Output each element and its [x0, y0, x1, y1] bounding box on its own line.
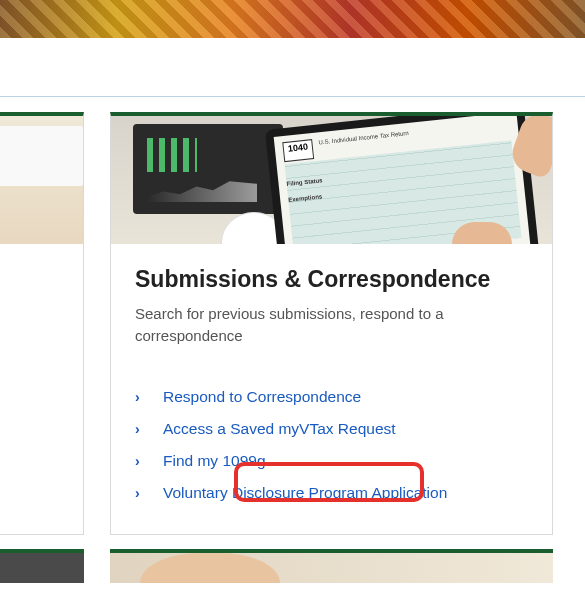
chevron-right-icon: ›: [135, 453, 149, 469]
left-card-partial: N: [0, 112, 84, 535]
card-description: Search for previous submissions, respond…: [135, 303, 528, 347]
link-label: Respond to Correspondence: [163, 388, 361, 406]
section-divider: [0, 96, 585, 97]
chevron-right-icon: ›: [135, 389, 149, 405]
link-respond-correspondence[interactable]: › Respond to Correspondence: [135, 381, 528, 413]
link-list: › Respond to Correspondence › Access a S…: [135, 381, 528, 509]
bottom-right-card-partial: [110, 549, 553, 583]
submissions-card-image: 1040 U.S. Individual Income Tax Return F…: [111, 116, 552, 244]
chevron-right-icon: ›: [135, 421, 149, 437]
bottom-left-card-partial: [0, 549, 84, 583]
link-voluntary-disclosure[interactable]: › Voluntary Disclosure Program Applicati…: [135, 477, 528, 509]
banner-image: [0, 0, 585, 38]
link-label: Find my 1099g: [163, 452, 266, 470]
link-label: Voluntary Disclosure Program Application: [163, 484, 447, 502]
card-title: Submissions & Correspondence: [135, 266, 528, 293]
chevron-right-icon: ›: [135, 485, 149, 501]
left-card-image: N: [0, 116, 83, 244]
link-label: Access a Saved myVTax Request: [163, 420, 396, 438]
form-number: 1040: [282, 139, 314, 162]
bottom-cards-row: [0, 549, 585, 583]
link-access-saved-request[interactable]: › Access a Saved myVTax Request: [135, 413, 528, 445]
submissions-card: 1040 U.S. Individual Income Tax Return F…: [110, 112, 553, 535]
cards-row: N 1040 U.S. Individual Income Tax Return…: [0, 112, 585, 535]
link-find-1099g[interactable]: › Find my 1099g: [135, 445, 528, 477]
